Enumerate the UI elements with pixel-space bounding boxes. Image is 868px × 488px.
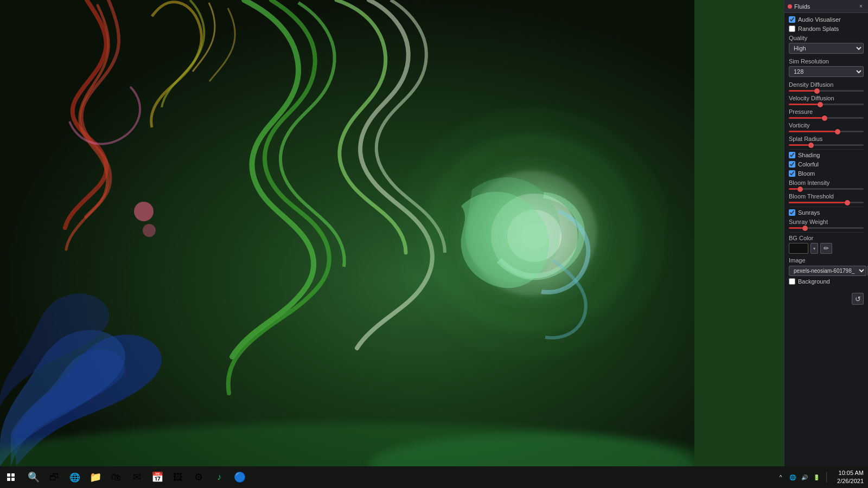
- vorticity-fill: [789, 131, 838, 132]
- divider-1: [789, 149, 864, 150]
- taskbar-clock[interactable]: 10:05 AM 2/26/2021: [831, 469, 864, 486]
- bg-color-label: BG Color: [789, 235, 864, 241]
- random-splats-checkbox[interactable]: Random Splats: [789, 25, 864, 32]
- bloom-threshold-slider: [789, 202, 864, 203]
- pressure-slider: [789, 117, 864, 119]
- splat-radius-slider: [789, 144, 864, 146]
- taskbar-icon-photos[interactable]: 🖼: [168, 467, 188, 487]
- fluid-canvas: [0, 0, 694, 466]
- velocity-diffusion-slider: [789, 104, 864, 105]
- bg-color-row: ▾ ✏: [789, 243, 864, 254]
- vorticity-thumb[interactable]: [835, 129, 840, 134]
- background-checkbox[interactable]: Background: [789, 278, 864, 285]
- audio-visualiser-label: Audio Visualiser: [798, 16, 841, 23]
- bloom-intensity-track: [789, 188, 864, 190]
- splat-radius-track: [789, 144, 864, 146]
- panel-body: Audio Visualiser Random Splats Quality L…: [784, 13, 868, 291]
- sys-icon-chevron[interactable]: ^: [775, 472, 786, 483]
- density-diffusion-slider: [789, 90, 864, 92]
- vorticity-track: [789, 131, 864, 132]
- vorticity-slider: [789, 131, 864, 132]
- taskbar-icon-search[interactable]: 🔍: [24, 467, 43, 487]
- image-select[interactable]: pexels-neosiam-601798_: [789, 266, 866, 276]
- colorful-checkbox[interactable]: Colorful: [789, 161, 864, 168]
- sunray-weight-label: Sunray Weight: [789, 219, 864, 225]
- pressure-track: [789, 117, 864, 119]
- shading-input[interactable]: [789, 152, 795, 158]
- sunrays-checkbox[interactable]: Sunrays: [789, 209, 864, 216]
- density-diffusion-thumb[interactable]: [814, 88, 820, 94]
- sunrays-input[interactable]: [789, 209, 795, 216]
- clock-date: 2/26/2021: [831, 477, 864, 485]
- sunray-weight-track: [789, 227, 864, 229]
- taskbar-icon-edge[interactable]: 🌐: [65, 467, 85, 487]
- background-label: Background: [798, 278, 830, 285]
- pressure-fill: [789, 117, 825, 119]
- density-diffusion-track: [789, 90, 864, 92]
- velocity-diffusion-label: Velocity Diffusion: [789, 95, 864, 101]
- bg-color-preview[interactable]: [789, 243, 808, 254]
- splat-radius-label: Splat Radius: [789, 136, 864, 142]
- taskbar-icon-taskview[interactable]: 🗗: [44, 467, 64, 487]
- image-row: pexels-neosiam-601798_ 🖼: [789, 265, 864, 276]
- random-splats-input[interactable]: [789, 25, 795, 32]
- velocity-diffusion-fill: [789, 104, 820, 105]
- taskbar-icon-explorer[interactable]: 📁: [86, 467, 105, 487]
- taskbar-sys-icons: ^ 🌐 🔊 🔋: [775, 472, 822, 483]
- panel-dot: [788, 4, 792, 9]
- windows-logo: [7, 473, 15, 481]
- taskbar-icon-chrome[interactable]: 🔵: [230, 467, 250, 487]
- panel-title-left: Fluids: [788, 3, 810, 10]
- sunray-weight-slider: [789, 227, 864, 229]
- bloom-threshold-track: [789, 202, 864, 203]
- audio-visualiser-input[interactable]: [789, 16, 795, 23]
- taskbar-icon-store[interactable]: 🛍: [106, 467, 126, 487]
- vorticity-label: Vorticity: [789, 122, 864, 129]
- panel-footer: ↺: [784, 291, 868, 307]
- bloom-input[interactable]: [789, 170, 795, 177]
- splat-radius-thumb[interactable]: [808, 143, 814, 148]
- pressure-thumb[interactable]: [822, 115, 827, 121]
- density-diffusion-fill: [789, 90, 817, 92]
- bg-color-dropdown-btn[interactable]: ▾: [810, 243, 818, 254]
- quality-label: Quality: [789, 35, 864, 41]
- taskbar-icon-settings[interactable]: ⚙: [189, 467, 208, 487]
- sunray-weight-thumb[interactable]: [802, 226, 808, 231]
- sys-icon-network[interactable]: 🌐: [787, 472, 798, 483]
- shading-checkbox[interactable]: Shading: [789, 152, 864, 158]
- bloom-intensity-thumb[interactable]: [797, 187, 803, 192]
- velocity-diffusion-thumb[interactable]: [818, 102, 823, 107]
- taskbar-icon-calendar[interactable]: 📅: [148, 467, 167, 487]
- bloom-checkbox[interactable]: Bloom: [789, 170, 864, 177]
- colorful-input[interactable]: [789, 161, 795, 168]
- background-input[interactable]: [789, 278, 795, 285]
- bloom-intensity-label: Bloom Intensity: [789, 179, 864, 186]
- bloom-label: Bloom: [798, 170, 815, 177]
- start-button[interactable]: [0, 466, 22, 488]
- audio-visualiser-checkbox[interactable]: Audio Visualiser: [789, 16, 864, 23]
- clock-time: 10:05 AM: [831, 469, 864, 477]
- bg-color-picker-btn[interactable]: ✏: [820, 243, 832, 254]
- splat-radius-fill: [789, 144, 811, 146]
- panel-titlebar: Fluids ×: [784, 0, 868, 13]
- colorful-label: Colorful: [798, 161, 819, 168]
- taskbar-icon-mail[interactable]: ✉: [127, 467, 146, 487]
- sys-icon-sound[interactable]: 🔊: [799, 472, 810, 483]
- taskbar-divider: [826, 472, 827, 483]
- shading-label: Shading: [798, 152, 820, 158]
- bloom-threshold-thumb[interactable]: [845, 200, 850, 206]
- random-splats-label: Random Splats: [798, 25, 839, 32]
- right-panel: Fluids × Audio Visualiser Random Splats …: [784, 0, 868, 466]
- taskbar: 🔍 🗗 🌐 📁 🛍 ✉ 📅 🖼 ⚙ ♪ 🔵 ^ 🌐 🔊 🔋 10:05 AM 2…: [0, 466, 868, 488]
- pressure-label: Pressure: [789, 108, 864, 115]
- refresh-button[interactable]: ↺: [852, 293, 864, 305]
- sim-resolution-select[interactable]: 64 128 256: [789, 66, 864, 77]
- velocity-diffusion-track: [789, 104, 864, 105]
- quality-select[interactable]: Low Medium High Ultra: [789, 43, 864, 54]
- sim-resolution-label: Sim Resolution: [789, 58, 864, 65]
- sys-icon-battery[interactable]: 🔋: [811, 472, 822, 483]
- density-diffusion-label: Density Diffusion: [789, 81, 864, 88]
- panel-close-button[interactable]: ×: [857, 3, 865, 10]
- svg-point-11: [143, 224, 156, 237]
- taskbar-icon-spotify[interactable]: ♪: [209, 467, 229, 487]
